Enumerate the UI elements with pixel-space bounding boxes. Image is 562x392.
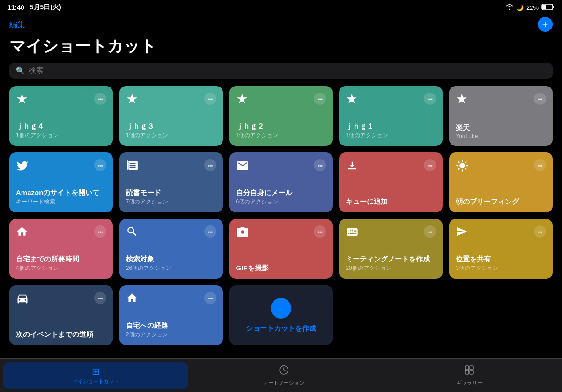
search-input[interactable] [29, 66, 546, 75]
card-title: ｊｈｇ３ [126, 122, 216, 131]
tab-my-shortcuts-label: マイショートカット [73, 378, 119, 385]
tab-gallery-label: ギャラリー [457, 379, 482, 386]
card-mail[interactable]: 自分自身にメール 6個のアクション [229, 152, 333, 212]
card-menu-button[interactable] [424, 225, 436, 238]
card-menu-button[interactable] [534, 159, 546, 171]
edit-button[interactable]: 編集 [9, 19, 25, 30]
card-menu-button[interactable] [424, 159, 436, 171]
card-icon [126, 93, 138, 108]
tab-automation-icon [279, 365, 289, 377]
card-header [456, 159, 546, 175]
card-header [236, 225, 326, 242]
card-header [126, 93, 216, 108]
card-search-obj[interactable]: 検索対象 26個のアクション [119, 219, 223, 279]
card-menu-button[interactable] [204, 159, 216, 171]
tab-my-shortcuts[interactable]: ⊞ マイショートカット [3, 362, 188, 389]
svg-rect-2 [553, 6, 554, 8]
card-jhg4[interactable]: ｊｈｇ４ 1個のアクション [9, 86, 113, 146]
page-title: マイショートカット [0, 36, 562, 63]
card-title: 自宅への経路 [126, 321, 216, 330]
card-reading[interactable]: 読書モード 7個のアクション [119, 152, 223, 212]
card-rakuten[interactable]: 楽天 YouTube [449, 86, 553, 146]
add-button[interactable]: + [538, 17, 553, 32]
card-subtitle: 26個のアクション [126, 264, 216, 272]
card-icon [16, 159, 29, 175]
card-subtitle: 6個のアクション [236, 198, 326, 206]
card-title: 自分自身にメール [236, 188, 326, 197]
card-icon [236, 93, 248, 108]
card-icon [456, 159, 469, 175]
card-icon [346, 93, 358, 108]
card-jhg3[interactable]: ｊｈｇ３ 1個のアクション [119, 86, 223, 146]
card-icon [236, 159, 249, 175]
card-menu-button[interactable] [314, 159, 326, 171]
card-footer: Amazonのサイトを開いて キーワード検索 [16, 188, 106, 206]
card-menu-button[interactable] [534, 93, 546, 105]
card-jhg1[interactable]: ｊｈｇ１ 1個のアクション [339, 86, 443, 146]
card-home-time[interactable]: 自宅までの所要時間 4個のアクション [9, 219, 113, 279]
card-queue[interactable]: キューに追加 [339, 152, 443, 212]
card-location[interactable]: 位置を共有 3個のアクション [449, 219, 553, 279]
card-title: ｊｈｇ１ [346, 122, 436, 131]
card-title: 自宅までの所要時間 [16, 254, 106, 264]
card-header [126, 225, 216, 241]
card-subtitle: 1個のアクション [236, 131, 326, 139]
card-menu-button[interactable] [204, 225, 216, 238]
card-subtitle: 3個のアクション [456, 264, 546, 272]
battery-icon [541, 4, 555, 12]
card-footer: ｊｈｇ４ 1個のアクション [16, 122, 106, 140]
card-morning[interactable]: 朝のブリーフィング [449, 152, 553, 212]
card-home-route[interactable]: 自宅への経路 2個のアクション [119, 285, 223, 345]
card-footer: GIFを撮影 [236, 263, 326, 273]
card-subtitle: 1個のアクション [126, 131, 216, 139]
tab-automation[interactable]: オートメーション [191, 359, 377, 392]
card-menu-button[interactable] [94, 292, 106, 304]
card-next-event[interactable]: 次のイベントまでの道順 [9, 285, 113, 345]
card-header [236, 159, 326, 175]
card-icon [456, 225, 468, 241]
card-menu-button[interactable] [314, 93, 326, 105]
create-icon [271, 298, 291, 319]
card-title: ｊｈｇ４ [16, 122, 106, 131]
card-footer: 読書モード 7個のアクション [126, 188, 216, 206]
card-amazon[interactable]: Amazonのサイトを開いて キーワード検索 [9, 152, 113, 212]
card-footer: ミーティングノートを作成 20個のアクション [346, 254, 436, 273]
card-title: 楽天 [456, 123, 546, 132]
card-subtitle: 1個のアクション [16, 131, 106, 139]
svg-point-3 [459, 163, 465, 168]
card-header [346, 225, 436, 242]
card-menu-button[interactable] [204, 93, 216, 105]
svg-rect-7 [465, 370, 469, 374]
card-header [126, 292, 216, 307]
tab-gallery[interactable]: ギャラリー [377, 359, 562, 392]
card-header [346, 93, 436, 108]
card-title: ｊｈｇ２ [236, 122, 326, 131]
card-footer: キューに追加 [346, 197, 436, 206]
wifi-icon [506, 4, 513, 11]
tab-gallery-icon [464, 365, 474, 377]
card-menu-button[interactable] [94, 225, 106, 238]
card-menu-button[interactable] [94, 93, 106, 105]
svg-rect-1 [542, 5, 546, 9]
card-title: 読書モード [126, 188, 216, 197]
card-menu-button[interactable] [204, 292, 216, 304]
battery-text: 22% [526, 4, 539, 11]
card-gif[interactable]: GIFを撮影 [229, 219, 333, 279]
card-footer: 次のイベントまでの道順 [16, 330, 106, 339]
card-menu-button[interactable] [424, 93, 436, 105]
search-bar[interactable]: 🔍 [9, 63, 553, 79]
card-title: 検索対象 [126, 254, 216, 264]
header: 編集 + [0, 15, 562, 36]
card-menu-button[interactable] [94, 159, 106, 171]
card-icon [126, 159, 138, 174]
card-meeting[interactable]: ミーティングノートを作成 20個のアクション [339, 219, 443, 279]
card-menu-button[interactable] [314, 225, 326, 238]
tab-bar: ⊞ マイショートカット オートメーション ギャラリー [0, 358, 562, 392]
card-create[interactable]: ショートカットを作成 [229, 285, 333, 345]
card-jhg2[interactable]: ｊｈｇ２ 1個のアクション [229, 86, 333, 146]
svg-rect-6 [470, 366, 473, 370]
card-menu-button[interactable] [534, 225, 546, 238]
create-label: ショートカットを作成 [246, 324, 316, 333]
status-bar: 11:40 5月5日(火) 🌙 22% [0, 0, 562, 15]
card-title: 位置を共有 [456, 254, 546, 264]
